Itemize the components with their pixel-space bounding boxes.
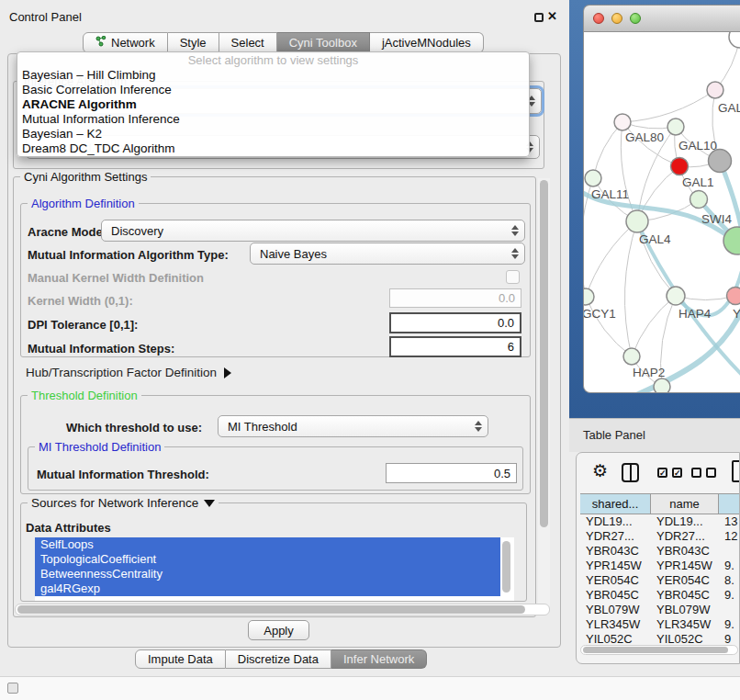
network-node-swi4[interactable]: [690, 191, 708, 209]
attributes-scrollbar[interactable]: [502, 541, 510, 593]
select-all-columns-icon[interactable]: ✓✓: [657, 468, 682, 478]
table-cell[interactable]: YLR345W: [580, 617, 651, 632]
popup-item-mutual-information[interactable]: Mutual Information Inference: [17, 112, 529, 127]
table-cell[interactable]: YBR043C: [580, 544, 651, 559]
attribute-item-betweennesscentrality[interactable]: BetweennessCentrality: [35, 567, 500, 581]
table-cell[interactable]: YDL19...: [651, 514, 719, 529]
window-close-light[interactable]: [593, 13, 604, 24]
deselect-all-columns-icon[interactable]: [691, 468, 716, 478]
tab-infer-network[interactable]: Infer Network: [331, 649, 427, 669]
network-node-gal10[interactable]: [667, 119, 684, 135]
tab-network[interactable]: Network: [83, 32, 168, 53]
table-hscrollbar-track[interactable]: [580, 645, 738, 655]
aracne-mode-combo[interactable]: Discovery: [101, 220, 525, 242]
table-cell[interactable]: YPR145W: [651, 559, 719, 573]
mi-threshold-field[interactable]: 0.5: [386, 463, 517, 483]
table-column-header[interactable]: A: [719, 493, 740, 514]
network-node-ntr[interactable]: [729, 32, 740, 48]
tab-impute-data[interactable]: Impute Data: [135, 649, 226, 669]
table-cell[interactable]: YPR145W: [580, 559, 651, 573]
network-node-gal80[interactable]: [614, 114, 631, 130]
which-threshold-combo[interactable]: MI Threshold: [218, 415, 488, 437]
combo-arrows-icon: [511, 225, 519, 236]
popup-item-aracne[interactable]: ARACNE Algorithm: [17, 97, 529, 112]
table-cell[interactable]: 9.: [719, 617, 740, 632]
popup-item-basic-correlation[interactable]: Basic Correlation Inference: [17, 83, 529, 97]
table-cell[interactable]: YDR27...: [651, 529, 719, 544]
network-node-pinky[interactable]: [727, 288, 740, 305]
popup-item-bayesian-hill-climbing[interactable]: Bayesian – Hill Climbing: [17, 68, 529, 83]
network-node-gal4[interactable]: [626, 210, 648, 232]
attribute-item-topologicalcoefficient[interactable]: TopologicalCoefficient: [35, 552, 500, 567]
popup-item-dream8[interactable]: Dream8 DC_TDC Algorithm: [17, 141, 529, 156]
table-hscrollbar-thumb[interactable]: [583, 647, 728, 653]
new-table-icon[interactable]: [732, 460, 740, 482]
tab-style[interactable]: Style: [168, 32, 219, 53]
table-cell[interactable]: 8.: [719, 573, 740, 588]
window-maximize-light[interactable]: [630, 13, 641, 24]
table-row[interactable]: YDR27...YDR27...12: [580, 529, 740, 544]
table-cell[interactable]: YBR043C: [651, 544, 719, 559]
table-cell[interactable]: YBL079W: [651, 603, 719, 617]
attribute-item-selfloops[interactable]: SelfLoops: [35, 537, 500, 552]
table-row[interactable]: YBR045CYBR045C9.: [580, 588, 740, 603]
network-node-gray1[interactable]: [709, 150, 732, 173]
table-cell[interactable]: YBL079W: [580, 603, 651, 617]
table-row[interactable]: YBL079WYBL079W: [580, 603, 740, 617]
table-cell[interactable]: 13: [719, 514, 740, 529]
network-node-gal1[interactable]: [671, 158, 689, 175]
kernel-width-field[interactable]: 0.0: [389, 288, 521, 308]
table-column-header[interactable]: shared...: [580, 493, 651, 514]
gear-icon[interactable]: ⚙: [592, 460, 608, 481]
settings-hscrollbar-track[interactable]: [15, 604, 550, 615]
table-cell[interactable]: 12: [719, 529, 740, 544]
network-node-hap4[interactable]: [667, 287, 685, 305]
mi-type-combo[interactable]: Naive Bayes: [250, 243, 525, 265]
tab-cyni-toolbox[interactable]: Cyni Toolbox: [277, 32, 370, 53]
table-cell[interactable]: YBR045C: [651, 588, 719, 603]
table-row[interactable]: YDL19...YDL19...13: [580, 514, 740, 529]
sources-group-title[interactable]: Sources for Network Inference: [28, 496, 219, 510]
manual-kernel-checkbox[interactable]: [506, 270, 520, 284]
table-cell[interactable]: YDL19...: [580, 514, 651, 529]
float-window-icon[interactable]: [534, 13, 544, 22]
table-row[interactable]: YPR145WYPR145W9.: [580, 559, 740, 573]
attribute-item-gal4rgexp[interactable]: gal4RGexp: [35, 581, 500, 596]
taskbar-mini-icon[interactable]: [7, 683, 18, 694]
column-browser-icon[interactable]: [622, 463, 639, 482]
tab-jactivemnodules[interactable]: jActiveMNodules: [370, 32, 484, 53]
network-node-gcy1[interactable]: [584, 288, 594, 305]
table-column-header[interactable]: name: [651, 493, 719, 514]
table-cell[interactable]: YER054C: [651, 573, 719, 588]
table-cell[interactable]: YDR27...: [580, 529, 651, 544]
table-row[interactable]: YLR345WYLR345W9.: [580, 617, 740, 632]
settings-hscrollbar-thumb[interactable]: [17, 605, 525, 614]
table-cell[interactable]: 9.: [719, 559, 740, 573]
network-node-hap2[interactable]: [623, 348, 640, 365]
dpi-tolerance-field[interactable]: 0.0: [389, 312, 521, 333]
table-cell[interactable]: YER054C: [580, 573, 651, 588]
table-row[interactable]: YER054CYER054C8.: [580, 573, 740, 588]
settings-vscrollbar-thumb[interactable]: [540, 180, 548, 527]
window-minimize-light[interactable]: [611, 13, 622, 24]
network-view-canvas[interactable]: GALGAL80GAL10GAL1SWI4GAL11GAL4GCY1HAP4YH…: [583, 32, 740, 393]
table-cell[interactable]: YLR345W: [651, 617, 719, 632]
table-cell[interactable]: [719, 603, 740, 617]
network-node-gal11[interactable]: [585, 170, 601, 186]
network-node-nb[interactable]: [654, 378, 670, 393]
network-window-titlebar[interactable]: [583, 5, 740, 32]
table-row[interactable]: YBR043CYBR043C: [580, 544, 740, 559]
tab-select[interactable]: Select: [219, 32, 277, 53]
hub-tf-expander[interactable]: Hub/Transcription Factor Definition: [26, 366, 231, 379]
table-cell[interactable]: [719, 544, 740, 559]
network-node-label-gcy1: GCY1: [584, 307, 616, 321]
close-icon[interactable]: ✕: [547, 9, 557, 23]
mi-steps-field[interactable]: 6: [389, 336, 521, 357]
table-cell[interactable]: YBR045C: [580, 588, 651, 603]
network-node-pinktop[interactable]: [707, 82, 723, 98]
network-edge: [586, 221, 637, 297]
apply-button[interactable]: Apply: [248, 620, 309, 640]
popup-item-bayesian-k2[interactable]: Bayesian – K2: [17, 127, 529, 141]
table-cell[interactable]: 9.: [719, 588, 740, 603]
tab-discretize-data[interactable]: Discretize Data: [226, 649, 331, 669]
